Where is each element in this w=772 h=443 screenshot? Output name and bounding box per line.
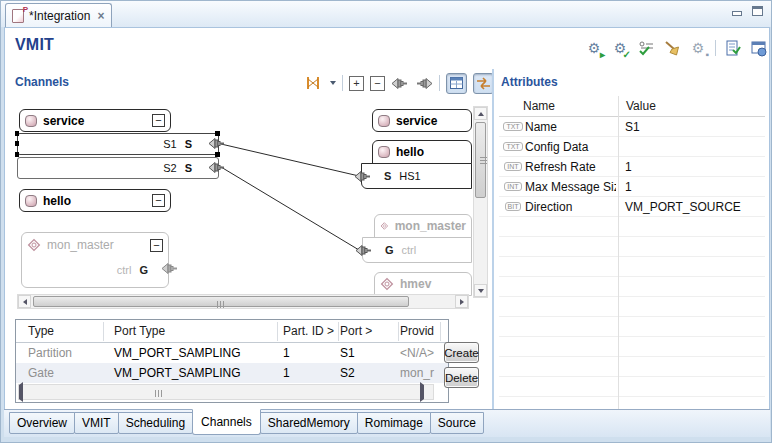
create-button[interactable]: Create [444, 342, 479, 363]
view-controls [732, 6, 763, 16]
maximize-icon[interactable] [752, 6, 763, 16]
clean-broom-icon[interactable] [663, 39, 681, 57]
selection-handle[interactable] [15, 141, 19, 146]
cell-type: Gate [28, 366, 54, 380]
collapse-toggle[interactable]: − [150, 239, 163, 252]
validate-icon[interactable] [637, 39, 655, 57]
empty-row [499, 377, 765, 397]
attribute-row[interactable]: TXT Config Data [499, 137, 765, 157]
attribute-value[interactable]: VM_PORT_SOURCE [616, 200, 741, 214]
console-window-icon[interactable] [750, 39, 768, 57]
scroll-up-arrow[interactable] [474, 107, 487, 120]
delete-button[interactable]: Delete [444, 367, 479, 388]
partition-icon [25, 115, 37, 127]
table-row[interactable]: Gate VM_PORT_SAMPLING 1 S2 mon_r [16, 363, 448, 383]
collapse-all-icon[interactable]: − [370, 76, 385, 91]
connection-view-toggle[interactable] [473, 73, 494, 94]
scroll-down-arrow[interactable] [474, 284, 487, 297]
scroll-left-arrow[interactable] [18, 295, 31, 308]
column-header-value: Value [626, 99, 656, 113]
partition-block-service-right[interactable]: service [372, 109, 472, 132]
chevron-down-icon[interactable] [330, 81, 336, 85]
expand-all-icon[interactable]: + [349, 76, 364, 91]
port-connector-icon[interactable] [354, 170, 372, 183]
partition-block-hello-right[interactable]: hello [372, 140, 472, 164]
diagram-vertical-scrollbar[interactable] [473, 106, 488, 298]
scroll-thumb[interactable] [33, 386, 285, 397]
scroll-thumb[interactable] [475, 122, 486, 198]
cell-port-type: VM_PORT_SAMPLING [114, 366, 240, 380]
scroll-left-arrow[interactable] [19, 385, 32, 398]
column-header-part-id[interactable]: Part. ID > [283, 324, 334, 338]
tab-source[interactable]: Source [430, 412, 484, 434]
attribute-row[interactable]: TXT Name S1 [499, 117, 765, 137]
block-title: service [396, 114, 437, 128]
empty-row [499, 337, 765, 357]
cell-type: Partition [28, 346, 72, 360]
tab-vmit[interactable]: VMIT [74, 412, 119, 434]
scroll-thumb[interactable] [33, 296, 409, 307]
attribute-name: Config Data [523, 140, 616, 154]
selection-handle[interactable] [215, 152, 220, 157]
section-divider[interactable] [492, 69, 494, 409]
column-header-provider[interactable]: Provid [400, 324, 434, 338]
channel-diagram-canvas[interactable]: service − S1 S S2 S hello − mon_master − [15, 104, 489, 311]
selection-handle[interactable] [215, 131, 220, 136]
show-dest-ports-icon[interactable] [415, 74, 433, 92]
partition-block-hello-left[interactable]: hello − [19, 189, 171, 212]
diagram-horizontal-scrollbar[interactable] [17, 294, 469, 309]
scroll-right-arrow[interactable] [420, 385, 433, 398]
gate-port-row[interactable]: ctrl G [22, 257, 168, 283]
table-view-toggle[interactable] [446, 73, 467, 94]
attribute-row[interactable]: BIT Direction VM_PORT_SOURCE [499, 197, 765, 217]
column-header-port-type[interactable]: Port Type [114, 324, 165, 338]
tab-overview[interactable]: Overview [9, 412, 75, 434]
tab-sharedmemory[interactable]: SharedMemory [260, 412, 358, 434]
port-connector-icon[interactable] [355, 244, 373, 257]
channel-layout-icon[interactable] [304, 74, 322, 92]
port-connector-icon[interactable] [208, 161, 226, 174]
collapse-toggle[interactable]: − [152, 114, 165, 127]
attribute-row[interactable]: INT Refresh Rate 1 [499, 157, 765, 177]
empty-row [499, 317, 765, 337]
editor-tab-integration[interactable]: P *Integration × [5, 3, 112, 27]
scroll-right-arrow[interactable] [455, 295, 468, 308]
gate-block-mon-master-right[interactable]: mon_master [374, 214, 472, 238]
attribute-name: Direction [523, 200, 616, 214]
tab-scheduling[interactable]: Scheduling [118, 412, 193, 434]
block-title: mon_master [47, 238, 114, 252]
tab-channels[interactable]: Channels [192, 409, 261, 435]
column-header-type[interactable]: Type [28, 324, 54, 338]
attribute-value[interactable]: S1 [616, 120, 640, 134]
port-row-gate-ctrl[interactable]: G ctrl [362, 237, 472, 263]
attribute-name: Name [523, 120, 616, 134]
table-row[interactable]: Partition VM_PORT_SAMPLING 1 S1 <N/A> [16, 343, 448, 363]
table-horizontal-scrollbar[interactable] [18, 384, 434, 400]
port-connector-icon[interactable] [161, 262, 179, 275]
gate-block-mon-master-left[interactable]: mon_master − ctrl G [21, 232, 169, 288]
port-row-s2[interactable]: S2 S [17, 157, 219, 179]
close-icon[interactable]: × [95, 9, 104, 23]
attribute-value[interactable]: 1 [616, 180, 632, 194]
attribute-row[interactable]: INT Max Message Siz 1 [499, 177, 765, 197]
minimize-icon[interactable] [732, 11, 742, 16]
collapse-toggle[interactable]: − [152, 194, 165, 207]
attribute-value[interactable]: 1 [616, 160, 632, 174]
save-build-icon[interactable]: ⚙▪ [689, 39, 707, 57]
empty-row [499, 217, 765, 237]
selection-handle[interactable] [15, 131, 19, 136]
selection-handle[interactable] [15, 152, 19, 157]
port-row-s1[interactable]: S1 S [17, 133, 219, 155]
partition-block-service-left[interactable]: service − [19, 109, 171, 132]
build-check-icon[interactable]: ⚙✓ [611, 39, 629, 57]
port-connector-icon[interactable] [208, 137, 226, 150]
port-row-hs1[interactable]: S HS1 [361, 163, 472, 189]
empty-row [499, 357, 765, 377]
show-source-ports-icon[interactable] [391, 74, 409, 92]
column-header-port[interactable]: Port > [340, 324, 372, 338]
checklist-icon[interactable] [724, 39, 742, 57]
build-run-icon[interactable]: ⚙▸ [585, 39, 603, 57]
column-header-name: Name [523, 99, 555, 113]
gate-block-hmev-right[interactable]: hmev [374, 272, 472, 296]
tab-romimage[interactable]: Romimage [357, 412, 431, 434]
